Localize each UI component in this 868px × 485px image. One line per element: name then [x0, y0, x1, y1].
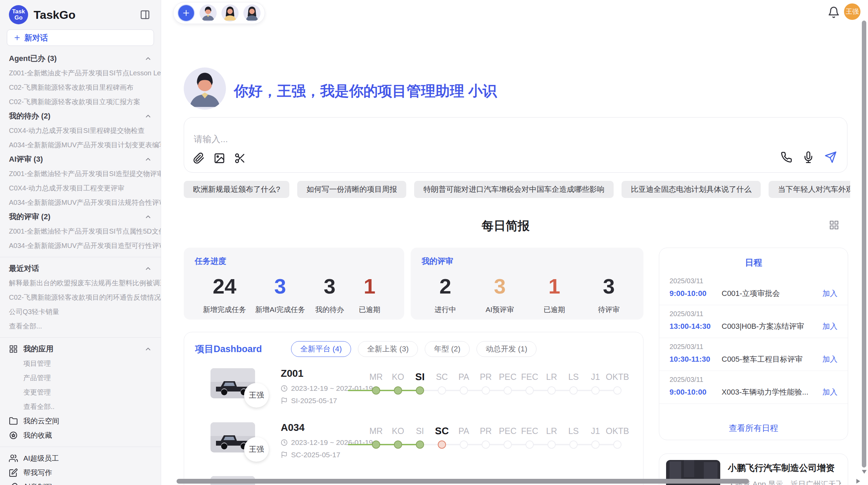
- section-header-recent-chats[interactable]: 最近对话: [0, 261, 161, 276]
- vertical-scrollbar-thumb[interactable]: [862, 21, 866, 468]
- microphone-icon: [803, 151, 814, 163]
- project-code: Z001: [281, 368, 303, 379]
- sidebar-item[interactable]: Z001-全新燃油轻卡产品开发项目SI造型提交物评审: [0, 166, 161, 181]
- send-button[interactable]: [824, 151, 837, 165]
- app-title: TaskGo: [34, 8, 138, 22]
- folder-icon: [9, 416, 18, 425]
- agent-avatar[interactable]: [200, 4, 217, 22]
- bell-icon: [828, 6, 840, 18]
- stat-value: 1: [539, 274, 570, 299]
- project-code: A034: [281, 422, 304, 433]
- sidebar-item-help-write[interactable]: 帮我写作: [0, 465, 161, 480]
- chevron-up-icon: [144, 213, 152, 221]
- collapse-sidebar-button[interactable]: [138, 8, 152, 22]
- chat-input[interactable]: [194, 134, 502, 145]
- section-header-my-todo[interactable]: 我的待办 (2): [0, 109, 161, 123]
- sidebar-item[interactable]: Z001-全新燃油轻卡产品开发项目SI节点属性5D文件评审: [0, 224, 161, 238]
- sidebar-item[interactable]: A034-全新新能源MUV产品开发项目造型可行性评审: [0, 238, 161, 253]
- stat-value: 1: [354, 274, 385, 299]
- join-meeting-link[interactable]: 加入: [822, 321, 837, 332]
- schedule-date: 2025/03/11: [670, 343, 837, 351]
- agent-switcher: [173, 2, 265, 24]
- sidebar-item[interactable]: A034-全新新能源MUV产品开发项目计划变更表编写: [0, 138, 161, 152]
- image-upload-button[interactable]: [214, 152, 225, 165]
- section-header-agent-done[interactable]: Agent已办 (3): [0, 51, 161, 66]
- add-agent-button[interactable]: [178, 4, 195, 22]
- agent-avatar[interactable]: [243, 4, 261, 22]
- attach-button[interactable]: [193, 152, 205, 165]
- sidebar-item-cloud-space[interactable]: 我的云空间: [0, 414, 161, 428]
- join-meeting-link[interactable]: 加入: [822, 354, 837, 364]
- schedule-item: 2025/03/11 13:00-14:30 C003|H0B-方案冻结评审 加…: [659, 305, 848, 338]
- project-flag-date: SI-2025-05-17: [281, 397, 337, 405]
- section-header-ai-review[interactable]: AI评审 (3): [0, 152, 161, 166]
- stat-label: 进行中: [430, 305, 461, 314]
- flag-icon: [281, 451, 288, 458]
- stat-value: 3: [593, 274, 624, 299]
- schedule-time: 10:30-11:30: [670, 355, 722, 364]
- join-meeting-link[interactable]: 加入: [822, 387, 837, 397]
- sidebar-item[interactable]: C0X4-动力总成开发项目工程变更评审: [0, 181, 161, 195]
- stat-value: 3: [255, 274, 305, 299]
- apps-view-all[interactable]: 查看全部..: [0, 399, 161, 414]
- suggestion-chip[interactable]: 如何写一份清晰的项目周报: [297, 181, 406, 198]
- suggestion-chip[interactable]: 当下年轻人对汽车外观有怎样的喜好趋势: [769, 181, 850, 198]
- sidebar-item-creative-draw[interactable]: 创意制图: [0, 480, 161, 485]
- tab-new-platform[interactable]: 全新平台 (4): [291, 341, 351, 357]
- app-item-product-mgmt[interactable]: 产品管理: [0, 371, 161, 385]
- tab-model-year[interactable]: 年型 (2): [425, 341, 470, 357]
- scissors-icon: [234, 152, 246, 164]
- recent-view-all[interactable]: 查看全部...: [0, 319, 161, 333]
- schedule-date: 2025/03/11: [670, 310, 837, 318]
- suggestion-chip[interactable]: 比亚迪全固态电池计划具体说了什么: [622, 181, 761, 198]
- star-badge-icon: [9, 431, 18, 440]
- sidebar-header: Task Go TaskGo: [0, 0, 161, 29]
- sidebar-item[interactable]: C02-飞腾新能源轻客改款项目立项汇报方案: [0, 95, 161, 109]
- suggestion-chip[interactable]: 欧洲新规最近颁布了什么?: [184, 181, 289, 198]
- schedule-name: X003-车辆动力学性能验...: [722, 387, 822, 397]
- recent-chat-item[interactable]: 公司Q3轻卡销量: [0, 304, 161, 319]
- scroll-right-arrow[interactable]: [856, 479, 860, 484]
- task-progress-card: 任务进度 24 新增完成任务 3 新增AI完成任务 3 我的待办 1 已逾期: [184, 248, 404, 320]
- app-item-project-mgmt[interactable]: 项目管理: [0, 356, 161, 371]
- section-header-my-review[interactable]: 我的评审 (2): [0, 210, 161, 224]
- milestone-node: OKTB: [606, 370, 628, 395]
- agent-avatar[interactable]: [221, 4, 239, 22]
- new-chat-button[interactable]: 新对话: [7, 29, 154, 46]
- tab-powertrain[interactable]: 动总开发 (1): [477, 341, 537, 357]
- chevron-up-icon: [144, 345, 152, 353]
- schedule-item: 2025/03/11 9:00-10:00 C001-立项审批会 加入: [659, 272, 848, 305]
- sidebar-item[interactable]: C02-飞腾新能源轻客改款项目里程碑画布: [0, 80, 161, 95]
- snip-button[interactable]: [234, 152, 246, 165]
- voice-call-button[interactable]: [781, 151, 792, 164]
- layout-toggle-button[interactable]: [829, 220, 839, 232]
- sidebar-item[interactable]: C0X4-动力总成开发项目SI里程碑提交物检查: [0, 123, 161, 138]
- suggestion-chip[interactable]: 特朗普可能对进口汽车增税会对中国车企造成哪些影响: [414, 181, 614, 198]
- stat-value: 24: [203, 274, 246, 299]
- recent-chat-item[interactable]: C02-飞腾新能源轻客改款项目的闭环通告反馈情况: [0, 290, 161, 304]
- view-all-schedule-link[interactable]: 查看所有日程: [659, 423, 848, 434]
- dashboard-title: 项目Dashboard: [195, 343, 291, 355]
- send-icon: [824, 151, 837, 163]
- notifications-button[interactable]: [828, 6, 840, 20]
- recent-chat-item[interactable]: 解释最新出台的欧盟报废车法规再生塑料比例被调至15%...: [0, 276, 161, 290]
- image-icon: [214, 152, 225, 164]
- sidebar-item-my-apps[interactable]: 我的应用: [0, 342, 161, 356]
- scroll-down-arrow[interactable]: [862, 470, 867, 474]
- card-title: 我的评审: [422, 256, 632, 266]
- sidebar-item[interactable]: A034-全新新能源MUV产品开发项目法规符合性评审: [0, 195, 161, 210]
- join-meeting-link[interactable]: 加入: [822, 288, 837, 299]
- edit-icon: [9, 468, 18, 477]
- suggestion-chips: 欧洲新规最近颁布了什么? 如何写一份清晰的项目周报 特朗普可能对进口汽车增税会对…: [184, 181, 850, 198]
- tab-new-body[interactable]: 全新上装 (3): [358, 341, 418, 357]
- app-item-change-mgmt[interactable]: 变更管理: [0, 385, 161, 399]
- app-logo: Task Go: [9, 5, 28, 24]
- schedule-time: 13:00-14:30: [670, 322, 722, 331]
- horizontal-scrollbar-thumb[interactable]: [177, 479, 749, 484]
- schedule-time: 9:00-10:00: [670, 289, 722, 298]
- sidebar-item-ai-staff[interactable]: AI超级员工: [0, 451, 161, 465]
- mic-button[interactable]: [803, 151, 814, 164]
- user-avatar[interactable]: 王强: [844, 3, 860, 20]
- sidebar-item[interactable]: Z001-全新燃油皮卡产品开发项目SI节点Lesson Learn报告: [0, 66, 161, 80]
- sidebar-item-favorites[interactable]: 我的收藏: [0, 428, 161, 443]
